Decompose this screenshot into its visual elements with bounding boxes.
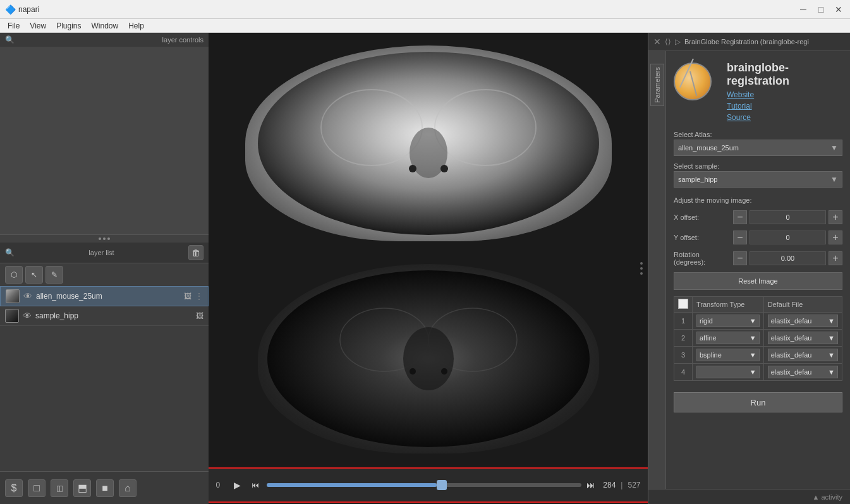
select-atlas-section: Select Atlas: allen_mouse_25um ▼ xyxy=(674,131,842,156)
plugin-title: BrainGlobe Registration (brainglobe-regi xyxy=(684,38,845,45)
transform-type-select-1[interactable]: rigid ▼ xyxy=(696,315,760,327)
transform-file-value-4: elastix_defau xyxy=(771,368,812,376)
close-button[interactable]: ✕ xyxy=(832,4,845,15)
menubar: File View Plugins Window Help xyxy=(0,19,850,33)
timeline-slider-track[interactable] xyxy=(267,483,582,487)
plugin-name-label: brainglobe-registration xyxy=(727,61,789,87)
maximize-button[interactable]: □ xyxy=(815,4,827,15)
parameters-tab-label: Parameters xyxy=(653,67,661,103)
app-icon: 🔷 xyxy=(5,4,16,15)
source-link[interactable]: Source xyxy=(727,113,842,122)
rotation-value[interactable]: 0.00 xyxy=(750,251,826,265)
select-atlas-label: Select Atlas: xyxy=(674,131,842,138)
console-button[interactable]: $ xyxy=(5,479,23,497)
menu-plugins[interactable]: Plugins xyxy=(51,20,86,32)
canvas-resize-handle[interactable] xyxy=(640,262,643,275)
transform-type-arrow-1: ▼ xyxy=(750,317,756,325)
transform-file-select-2[interactable]: elastix_defau ▼ xyxy=(768,332,838,344)
rotation-increment[interactable]: + xyxy=(829,251,842,265)
timeline-slider-thumb[interactable] xyxy=(437,480,447,490)
table-cell-num: 2 xyxy=(674,330,693,347)
transform-type-value-2: affine xyxy=(700,334,717,342)
svg-point-9 xyxy=(403,327,454,390)
table-col-type: Transform Type xyxy=(693,297,764,313)
x-offset-increment[interactable]: + xyxy=(829,210,842,224)
timeline-slider-fill xyxy=(267,483,437,487)
y-offset-increment[interactable]: + xyxy=(829,231,842,244)
timeline-play-button[interactable]: ▶ xyxy=(231,480,244,490)
transform-type-select-3[interactable]: bspline ▼ xyxy=(696,349,760,361)
parameters-tab[interactable]: Parameters xyxy=(650,64,664,106)
table-row: 1 rigid ▼ elastix_defau ▼ xyxy=(674,313,842,330)
transform-file-select-1[interactable]: elastix_defau ▼ xyxy=(768,315,838,327)
sample-select[interactable]: sample_hipp ▼ xyxy=(674,171,842,188)
table-cell-type: ▼ xyxy=(693,364,764,381)
timeline-divider: | xyxy=(621,481,622,489)
layer-list: 🔍 layer list 🗑 ⬡ ↖ ✎ 👁 allen_mouse_25um … xyxy=(0,243,209,504)
transform-file-select-4[interactable]: elastix_defau ▼ xyxy=(768,366,838,378)
bottom-toolbar: $ □ ◫ ⬒ ■ ⌂ xyxy=(0,471,209,504)
y-offset-value[interactable]: 0 xyxy=(750,231,826,244)
x-offset-value[interactable]: 0 xyxy=(750,210,826,224)
tutorial-link[interactable]: Tutorial xyxy=(727,102,842,111)
left-panel: 🔍 layer controls 🔍 layer list 🗑 xyxy=(0,33,209,504)
layer-controls-title: layer controls xyxy=(162,36,203,44)
labels-tool[interactable]: ✎ xyxy=(46,266,63,284)
shapes-tool[interactable]: ↖ xyxy=(25,266,43,284)
titlebar: 🔷 napari ─ □ ✕ xyxy=(0,0,850,19)
home-button[interactable]: ⌂ xyxy=(119,479,137,497)
rotation-label: Rotation (degrees): xyxy=(674,251,731,266)
layer-item[interactable]: 👁 sample_hipp 🖼 xyxy=(0,306,209,326)
plugin-form: brainglobe-registration Website Tutorial… xyxy=(666,51,850,489)
table-cell-file: elastix_defau ▼ xyxy=(763,364,842,381)
timeline-skip-button[interactable]: ⏮ xyxy=(249,481,262,489)
right-panel: ✕ ⟨⟩ ▷ BrainGlobe Registration (brainglo… xyxy=(648,33,850,504)
layer-item[interactable]: 👁 allen_mouse_25um 🖼 ⋮ xyxy=(0,286,209,306)
website-link[interactable]: Website xyxy=(727,90,842,99)
atlas-select-value: allen_mouse_25um xyxy=(678,144,739,152)
search-icon: 🔍 xyxy=(5,35,15,44)
atlas-select[interactable]: allen_mouse_25um ▼ xyxy=(674,140,842,156)
3d-button[interactable]: ◫ xyxy=(51,479,68,497)
transform-type-select-2[interactable]: affine ▼ xyxy=(696,332,760,344)
transpose-button[interactable]: ■ xyxy=(96,479,114,497)
transform-type-select-4[interactable]: ▼ xyxy=(696,366,760,378)
layer-list-title: layer list xyxy=(88,249,114,256)
table-select-all[interactable] xyxy=(678,299,688,309)
points-tool[interactable]: ⬡ xyxy=(5,266,23,284)
menu-window[interactable]: Window xyxy=(87,20,124,32)
layer-controls-resize-handle[interactable] xyxy=(0,235,209,243)
menu-file[interactable]: File xyxy=(3,20,25,32)
menu-help[interactable]: Help xyxy=(123,20,149,32)
table-cell-file: elastix_defau ▼ xyxy=(763,313,842,330)
transform-type-value-1: rigid xyxy=(700,317,713,325)
transform-file-value-1: elastix_defau xyxy=(771,317,812,325)
roll-button[interactable]: ⬒ xyxy=(73,479,91,497)
menu-view[interactable]: View xyxy=(25,20,51,32)
reset-image-button[interactable]: Reset Image xyxy=(674,272,842,290)
layer-visibility-toggle[interactable]: 👁 xyxy=(23,311,32,321)
timeline-end-button[interactable]: ⏭ xyxy=(586,480,595,490)
delete-layer-button[interactable]: 🗑 xyxy=(188,245,203,260)
rotation-decrement[interactable]: − xyxy=(733,251,747,265)
2d-button[interactable]: □ xyxy=(28,479,46,497)
x-offset-decrement[interactable]: − xyxy=(733,210,747,224)
plugin-expand-button[interactable]: ▷ xyxy=(675,37,681,46)
activity-label[interactable]: ▲ activity xyxy=(812,493,842,501)
layer-controls: 🔍 layer controls xyxy=(0,33,209,235)
transform-file-select-3[interactable]: elastix_defau ▼ xyxy=(768,349,838,361)
run-button[interactable]: Run xyxy=(674,392,842,412)
plugin-undock-button[interactable]: ⟨⟩ xyxy=(665,37,671,46)
plugin-close-button[interactable]: ✕ xyxy=(653,37,661,47)
table-col-file: Default File xyxy=(763,297,842,313)
layer-controls-search-area: 🔍 xyxy=(5,35,17,44)
layer-visibility-toggle[interactable]: 👁 xyxy=(23,291,32,301)
y-offset-decrement[interactable]: − xyxy=(733,231,747,244)
layer-more-button[interactable]: ⋮ xyxy=(195,292,203,301)
minimize-button[interactable]: ─ xyxy=(797,4,810,15)
table-cell-num: 4 xyxy=(674,364,693,381)
table-cell-file: elastix_defau ▼ xyxy=(763,330,842,347)
table-row: 2 affine ▼ elastix_defau ▼ xyxy=(674,330,842,347)
table-cell-type: bspline ▼ xyxy=(693,347,764,364)
layer-type-icon: 🖼 xyxy=(196,311,203,320)
